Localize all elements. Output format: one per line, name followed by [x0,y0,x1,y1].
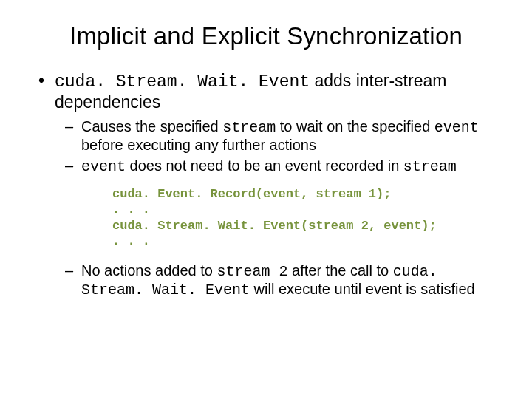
text: after the call to [287,262,392,279]
text: before executing any further actions [81,137,316,153]
sub-list: Causes the specified stream to wait on t… [64,118,497,176]
code-block: cuda. Event. Record(event, stream 1); . … [112,186,497,249]
code-inline: event [434,119,479,136]
code-inline: stream 2 [216,263,287,280]
sub-item-3: No actions added to stream 2 after the c… [64,262,497,299]
text: Causes the specified [81,118,222,134]
sub-list-2: No actions added to stream 2 after the c… [64,262,497,299]
sub-item-1: Causes the specified stream to wait on t… [64,118,497,154]
bullet-item-1: cuda. Stream. Wait. Event adds inter-str… [35,71,497,299]
code-inline: stream [403,158,457,175]
text: No actions added to [81,262,216,279]
bullet-list: cuda. Stream. Wait. Event adds inter-str… [35,71,497,299]
code-inline: cuda. Stream. Wait. Event [55,72,310,92]
text: will execute until event is satisfied [250,281,475,297]
code-inline: event [81,158,126,175]
text: does not need to be an event recorded in [126,157,403,174]
code-inline: stream [222,119,276,136]
slide-title: Implicit and Explicit Synchronization [35,22,497,50]
text: to wait on the specified [276,118,434,134]
slide: Implicit and Explicit Synchronization cu… [0,0,532,399]
sub-item-2: event does not need to be an event recor… [64,157,497,176]
